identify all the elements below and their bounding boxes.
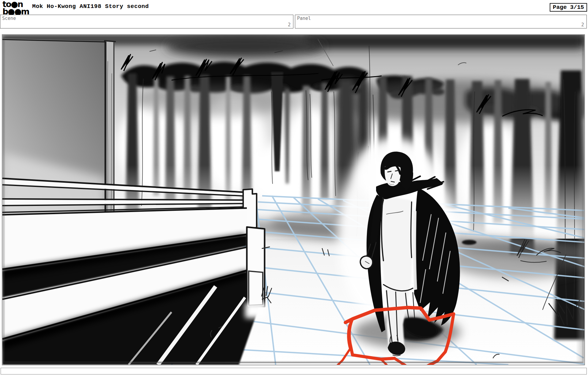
scene-label: Scene [2, 16, 16, 21]
panel-field: Panel 2 [295, 15, 587, 28]
storyboard-panel-image [2, 34, 585, 365]
toonboom-logo-line2: b●●m [2, 8, 32, 15]
page-indicator: Page 3/15 [550, 3, 587, 12]
panel-value: 2 [581, 22, 584, 28]
page-label: Page [553, 4, 567, 11]
toonboom-logo: to●n b●●m [2, 1, 32, 15]
panel-label: Panel [297, 16, 311, 21]
scene-field: Scene 2 [0, 15, 293, 28]
storyboard-sketch [2, 35, 584, 365]
header-bar: to●n b●●m Mok Ho-Kwong ANI198 Story seco… [0, 0, 588, 15]
page-value: 3/15 [570, 4, 584, 11]
scene-value: 2 [288, 22, 291, 28]
project-title: Mok Ho-Kwong ANI198 Story second [32, 3, 149, 10]
notes-field [1, 368, 587, 374]
wall [2, 39, 116, 236]
